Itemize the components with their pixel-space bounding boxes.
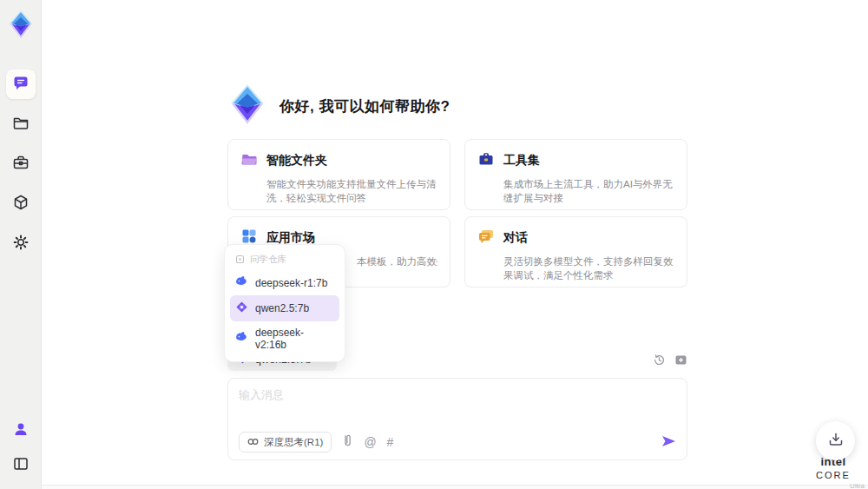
sidebar-item-apps[interactable] — [6, 189, 36, 219]
download-button[interactable] — [816, 421, 855, 460]
new-chat-icon[interactable] — [674, 354, 687, 367]
history-icon[interactable] — [653, 354, 666, 367]
sidebar-item-settings[interactable] — [6, 229, 36, 259]
download-icon — [827, 431, 845, 452]
greeting: 你好, 我可以如何帮助你? — [227, 83, 450, 129]
window-bottom-edge — [0, 485, 868, 489]
card-title: 智能文件夹 — [266, 153, 327, 169]
model-dropdown-header: 问学仓库 — [230, 250, 339, 271]
card-title: 对话 — [503, 230, 528, 246]
gear-icon — [12, 234, 30, 254]
card-smart-folder[interactable]: 智能文件夹 智能文件夹功能支持批量文件上传与清洗，轻松实现文件问答 — [227, 139, 450, 210]
card-title: 工具集 — [503, 153, 540, 169]
sidebar-item-folders[interactable] — [6, 109, 36, 139]
repo-icon — [235, 254, 245, 266]
folder-icon — [12, 114, 30, 135]
model-option-deepseek-r1[interactable]: deepseek-r1:7b — [230, 271, 339, 295]
model-dropdown: 问学仓库 deepseek-r1:7b qwen2.5:7b — [224, 244, 345, 362]
smart-folder-icon — [240, 150, 258, 171]
send-button[interactable] — [661, 434, 676, 451]
hash-icon[interactable]: # — [387, 436, 394, 448]
deep-think-toggle[interactable]: 深度思考(R1) — [239, 432, 332, 453]
deepseek-icon — [235, 276, 248, 290]
send-icon — [661, 434, 676, 451]
model-option-qwen[interactable]: qwen2.5:7b — [230, 295, 339, 321]
intel-core-text: core — [816, 470, 851, 480]
composer: 深度思考(R1) @ # — [227, 378, 687, 460]
chat-icon — [12, 74, 30, 95]
deep-think-label: 深度思考(R1) — [264, 436, 323, 449]
model-option-label: deepseek-v2:16b — [255, 327, 334, 351]
card-desc: 灵活切换多模型文件，支持多样回复效果调试，满足个性化需求 — [503, 254, 674, 282]
card-dialog[interactable]: 对话 灵活切换多模型文件，支持多样回复效果调试，满足个性化需求 — [464, 216, 687, 287]
message-input[interactable] — [239, 387, 676, 432]
sidebar-item-toolbox[interactable] — [6, 149, 36, 179]
sidebar — [0, 0, 42, 489]
sidebar-item-chat[interactable] — [6, 69, 36, 99]
deepseek-icon — [235, 332, 248, 346]
user-icon — [12, 420, 30, 441]
sidebar-nav — [6, 69, 36, 259]
attach-icon[interactable] — [342, 433, 353, 451]
dialog-icon — [477, 228, 495, 248]
greeting-logo-icon — [227, 83, 267, 129]
greeting-title: 你好, 我可以如何帮助你? — [279, 96, 450, 116]
panel-icon — [12, 455, 30, 476]
model-option-label: qwen2.5:7b — [255, 302, 309, 314]
model-option-label: deepseek-r1:7b — [255, 277, 327, 289]
cube-icon — [12, 194, 30, 215]
mention-icon[interactable]: @ — [364, 436, 376, 448]
qwen-icon — [235, 301, 248, 316]
deep-think-icon — [247, 437, 259, 448]
card-desc: 集成市场上主流工具，助力AI与外界无缝扩展与对接 — [503, 177, 674, 205]
card-desc: 智能文件夹功能支持批量文件上传与清洗，轻松实现文件问答 — [266, 177, 437, 205]
toolbox-icon — [12, 154, 30, 175]
app-logo-icon — [5, 7, 36, 42]
sidebar-item-collapse[interactable] — [6, 451, 36, 480]
model-dropdown-header-label: 问学仓库 — [250, 254, 286, 266]
toolset-icon — [477, 150, 495, 171]
sidebar-item-account[interactable] — [6, 416, 36, 446]
card-toolset[interactable]: 工具集 集成市场上主流工具，助力AI与外界无缝扩展与对接 — [464, 139, 687, 210]
model-option-deepseek-v2[interactable]: deepseek-v2:16b — [230, 321, 339, 356]
intel-tier-text: Ultra — [802, 482, 865, 489]
